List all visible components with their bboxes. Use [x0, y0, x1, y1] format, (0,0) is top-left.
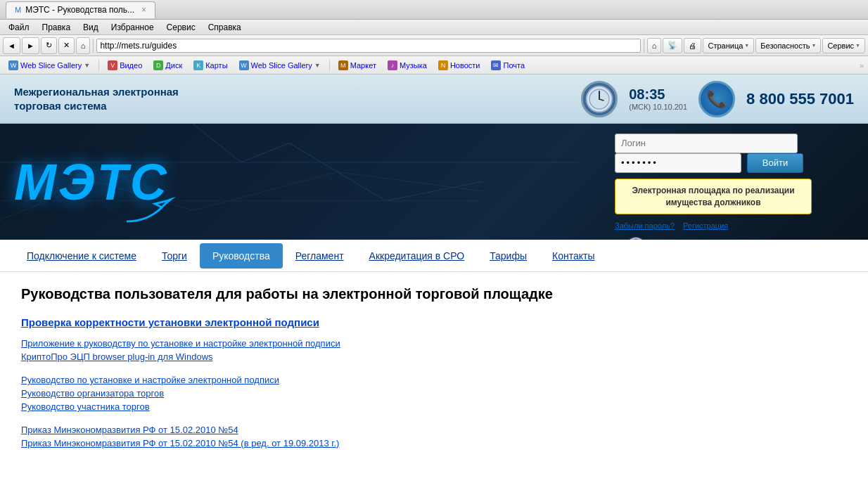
toolbar-divider [93, 39, 94, 53]
phone-icon: 📞 [698, 81, 735, 117]
link-participant-guide[interactable]: Руководство участника торгов [21, 401, 847, 412]
home-button[interactable]: ⌂ [76, 37, 91, 54]
fav-icon-video: V [108, 60, 117, 70]
nav-bar: Подключение к системе Торги Руководства … [0, 240, 868, 272]
fav-label-disk: Диск [165, 61, 182, 70]
tab-close-icon[interactable]: × [141, 5, 146, 15]
link-install-guide[interactable]: Руководство по установке и настройке эле… [21, 375, 847, 385]
logo-arrow-icon [127, 193, 183, 225]
nav-item-guides[interactable]: Руководства [200, 243, 283, 269]
site-header: Межрегиональная электронная торговая сис… [0, 75, 868, 124]
service-btn[interactable]: Сервис [822, 38, 865, 53]
menu-view[interactable]: Вид [77, 21, 104, 34]
favorites-bar: W Web Slice Gallery ▼ V Видео D Диск K К… [0, 56, 868, 75]
fav-web-slice[interactable]: W Web Slice Gallery ▼ [4, 59, 94, 72]
print-btn[interactable]: 🖨 [684, 38, 701, 53]
site-header-left: Межрегиональная электронная торговая сис… [14, 85, 581, 112]
key-icon [622, 233, 657, 240]
org-name-line2: торговая система [14, 99, 179, 113]
fav-divider2 [329, 60, 330, 71]
time-display: 08:35 (МСК) 10.10.201 [629, 86, 687, 111]
fav-icon-mail: ✉ [491, 60, 501, 70]
fav-label-webslice: Web Slice Gallery [20, 61, 82, 70]
chevron-down-icon: ▼ [84, 62, 90, 69]
fav-icon-maps: K [193, 60, 203, 70]
fav-divider [98, 60, 99, 71]
home-icon-btn[interactable]: ⌂ [647, 38, 662, 53]
key-svg [622, 233, 657, 240]
page-title: Руководства пользователя для работы на э… [21, 286, 847, 302]
chevron-down-icon-2: ▼ [314, 62, 321, 69]
main-content: Руководства пользователя для работы на э… [0, 272, 868, 475]
link-organizer-guide[interactable]: Руководство организатора торгов [21, 388, 847, 399]
link-order-54[interactable]: Приказ Минэкономразвития РФ от 15.02.201… [21, 425, 847, 435]
home-icon: ⌂ [81, 41, 86, 50]
security-btn[interactable]: Безопасность [755, 38, 821, 53]
tab-icon: M [15, 6, 21, 14]
forward-icon: ► [27, 41, 34, 50]
mets-logo: МЭТС [14, 153, 169, 211]
link-group-1: Приложение к руководству по установке и … [21, 338, 847, 362]
fav-video[interactable]: V Видео [103, 59, 146, 72]
stop-icon: ✕ [63, 41, 70, 50]
fav-maps[interactable]: K Карты [189, 59, 231, 72]
browser-toolbar: ◄ ► ↻ ✕ ⌂ ⌂ 📡 🖨 Страница Безопасность Се… [0, 35, 868, 56]
url-input[interactable] [96, 39, 640, 53]
fav-icon-market: M [338, 60, 348, 70]
org-name: Межрегиональная электронная торговая сис… [14, 85, 179, 112]
clock-svg [588, 88, 611, 110]
page-btn[interactable]: Страница [703, 38, 754, 53]
fav-news[interactable]: N Новости [434, 59, 485, 72]
fav-label-webslice2: Web Slice Gallery [251, 61, 312, 70]
fav-mail[interactable]: ✉ Почта [487, 59, 529, 72]
right-toolbar: ⌂ 📡 🖨 Страница Безопасность Сервис [647, 38, 865, 53]
menu-edit[interactable]: Правка [37, 21, 77, 34]
back-button[interactable]: ◄ [3, 37, 20, 54]
fav-label-market: Маркет [350, 61, 376, 70]
fav-music[interactable]: ♪ Музыка [383, 59, 431, 72]
fav-market[interactable]: M Маркет [334, 59, 381, 72]
link-check-signature[interactable]: Проверка корректности установки электрон… [21, 316, 847, 328]
link-group-2: Руководство по установке и настройке эле… [21, 375, 847, 412]
link-cryptopro[interactable]: КриптоПро ЭЦП browser plug-in для Window… [21, 351, 847, 362]
menu-file[interactable]: Файл [3, 21, 35, 34]
refresh-button[interactable]: ↻ [41, 37, 57, 54]
hero-section: МЭТС Войти Элек [0, 124, 868, 240]
link-group-3: Приказ Минэкономразвития РФ от 15.02.201… [21, 425, 847, 448]
nav-item-tenders[interactable]: Торги [149, 243, 200, 269]
nav-item-regulations[interactable]: Регламент [283, 243, 357, 269]
fav-icon-webslice: W [8, 60, 18, 70]
phone-symbol: 📞 [706, 89, 727, 109]
fav-icon-news: N [438, 60, 448, 70]
fav-icon-webslice2: W [239, 60, 249, 70]
nav-item-accreditation[interactable]: Аккредитация в СРО [357, 243, 478, 269]
rss-btn[interactable]: 📡 [663, 38, 682, 53]
refresh-icon: ↻ [46, 41, 52, 50]
menu-service[interactable]: Сервис [161, 21, 201, 34]
phone-number: 8 800 555 7001 [746, 90, 854, 108]
clock-area: 08:35 (МСК) 10.10.201 📞 8 800 555 7001 [581, 81, 854, 117]
fav-label-news: Новости [450, 61, 480, 70]
menu-help[interactable]: Справка [203, 21, 247, 34]
clock-icon [581, 81, 618, 117]
fav-icon-disk: D [153, 60, 163, 70]
toolbar-divider-2 [644, 39, 644, 53]
nav-item-tariffs[interactable]: Тарифы [477, 243, 540, 269]
fav-label-maps: Карты [205, 61, 227, 70]
fav-icon-music: ♪ [388, 60, 397, 70]
nav-item-connect[interactable]: Подключение к системе [14, 243, 149, 269]
tab-title: МЭТС - Руководства поль... [25, 5, 134, 15]
fav-webslice2[interactable]: W Web Slice Gallery ▼ [235, 59, 325, 72]
link-appendix[interactable]: Приложение к руководству по установке и … [21, 338, 847, 349]
nav-item-contacts[interactable]: Контакты [540, 243, 607, 269]
fav-label-music: Музыка [400, 61, 427, 70]
forward-button[interactable]: ► [22, 37, 39, 54]
svg-point-7 [627, 238, 644, 240]
fav-disk[interactable]: D Диск [149, 59, 186, 72]
menu-favorites[interactable]: Избранное [106, 21, 160, 34]
clock-face [586, 86, 613, 112]
browser-tab[interactable]: M МЭТС - Руководства поль... × [6, 1, 155, 18]
link-order-54-revised[interactable]: Приказ Минэкономразвития РФ от 15.02.201… [21, 438, 847, 448]
stop-button[interactable]: ✕ [58, 37, 75, 54]
date-text: (МСК) 10.10.201 [629, 103, 687, 111]
